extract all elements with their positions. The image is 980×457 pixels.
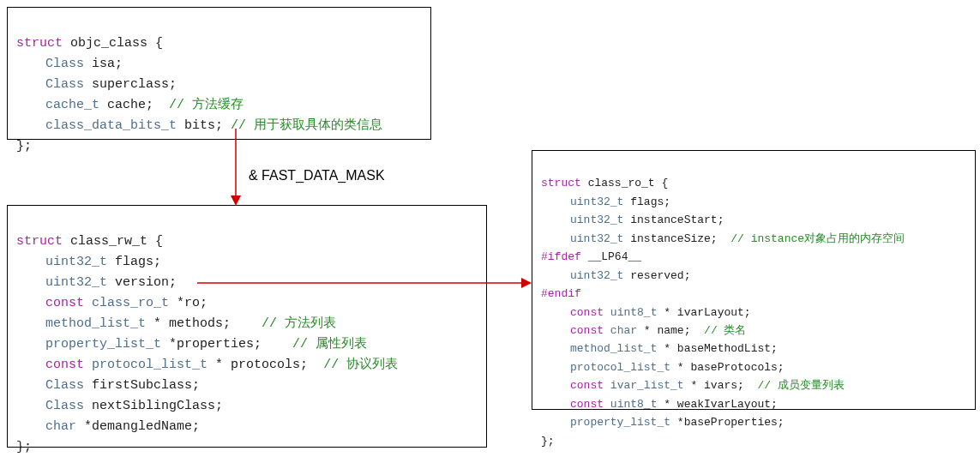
l: method_list_t * baseMethodList; [541,342,778,355]
type: property_list_t [45,337,161,352]
l: method_list_t * methods; // 方法列表 [16,316,336,331]
kw-ifdef: #ifdef [541,250,581,263]
ident: * methods; [153,316,231,331]
comment: // 成员变量列表 [758,379,845,392]
kw-const: const [570,324,604,337]
comment: // 用于获取具体的类信息 [231,118,382,133]
ident: nextSiblingClass; [92,399,223,413]
kw-const: const [45,296,84,310]
l: uint32_t instanceSize; // instance对象占用的内… [541,232,905,245]
kw-const: const [45,358,84,372]
arrow-bits-to-rw [227,129,244,207]
comment: // 属性列表 [292,337,367,352]
l: const class_ro_t *ro; [16,296,207,310]
ident: instanceSize; [630,232,717,245]
l: property_list_t *properties; // 属性列表 [16,337,367,352]
type: ivar_list_t [610,379,684,392]
struct-name: class_ro_t { [588,177,669,189]
kw-const: const [570,379,604,392]
l: struct class_rw_t { [16,234,163,249]
type: char [45,419,76,434]
type: class_data_bits_t [45,118,177,133]
type: char [610,324,637,337]
kw-struct: struct [16,36,63,51]
struct-class-rw-t-box: struct class_rw_t { uint32_t flags; uint… [7,205,487,448]
type: uint32_t [45,275,107,290]
l: struct objc_class { [16,36,163,51]
struct-objc-class-box: struct objc_class { Class isa; Class sup… [7,7,431,140]
l: }; [16,139,32,153]
l: #ifdef __LP64__ [541,250,641,263]
comment: // instance对象占用的内存空间 [730,232,905,245]
type: uint8_t [610,306,658,319]
l: property_list_t *baseProperties; [541,416,785,429]
type: uint32_t [570,269,623,282]
l: }; [16,440,32,454]
ident: firstSubclass; [92,378,200,393]
type: uint32_t [570,195,623,208]
type: Class [45,378,84,393]
l: char *demangledName; [16,419,200,434]
ident: bits; [184,118,223,133]
l: #endif [541,287,581,300]
type: method_list_t [570,342,657,355]
ident: * protocols; [215,358,308,372]
ident: * ivarLayout; [664,306,750,319]
struct-name: objc_class { [70,36,163,51]
l: uint32_t flags; [16,255,161,269]
l: Class isa; [16,57,123,71]
ident: flags; [630,195,670,208]
comment: // 协议列表 [323,358,398,372]
ident: isa; [92,57,123,71]
ident: * ivars; [690,379,743,392]
ident: * baseProtocols; [677,361,785,374]
l: Class nextSiblingClass; [16,399,223,413]
ident: cache; [107,98,153,112]
ident: reserved; [630,269,690,282]
ident: * name; [644,324,691,337]
type: class_ro_t [92,296,169,310]
type: protocol_list_t [570,361,670,374]
ident: version; [115,275,177,290]
l: cache_t cache; // 方法缓存 [16,98,243,112]
type: Class [45,57,84,71]
type: uint32_t [570,213,623,226]
type: method_list_t [45,316,146,331]
l: uint32_t reserved; [541,269,690,282]
ident: superclass; [92,77,177,92]
l: uint32_t instanceStart; [541,213,724,226]
type: cache_t [45,98,99,112]
type: Class [45,399,84,413]
ident: *demangledName; [84,419,200,434]
ident: flags; [115,255,161,269]
comment: // 方法缓存 [169,98,243,112]
ident: __LP64__ [588,250,641,263]
close-brace: }; [16,440,32,454]
type: uint32_t [570,232,623,245]
type: uint32_t [45,255,107,269]
kw-const: const [570,398,604,411]
ident: *baseProperties; [677,416,785,429]
type: protocol_list_t [92,358,207,372]
l: class_data_bits_t bits; // 用于获取具体的类信息 [16,118,382,133]
fast-data-mask-label: & FAST_DATA_MASK [249,168,385,183]
l: const protocol_list_t * protocols; // 协议… [16,358,398,372]
l: const uint8_t * weakIvarLayout; [541,398,778,411]
ident: *properties; [169,337,262,352]
l: Class superclass; [16,77,177,92]
kw-struct: struct [541,177,581,189]
ident: * baseMethodList; [664,342,778,355]
l: }; [541,435,555,448]
comment: // 方法列表 [262,316,336,331]
l: struct class_ro_t { [541,177,668,189]
kw-struct: struct [16,234,63,249]
l: Class firstSubclass; [16,378,200,393]
l: const char * name; // 类名 [541,324,746,337]
l: protocol_list_t * baseProtocols; [541,361,785,374]
ident: instanceStart; [630,213,724,226]
close-brace: }; [541,435,555,448]
l: uint32_t version; [16,275,177,290]
struct-class-ro-t-box: struct class_ro_t { uint32_t flags; uint… [532,150,976,410]
type: uint8_t [610,398,658,411]
kw-endif: #endif [541,287,581,300]
